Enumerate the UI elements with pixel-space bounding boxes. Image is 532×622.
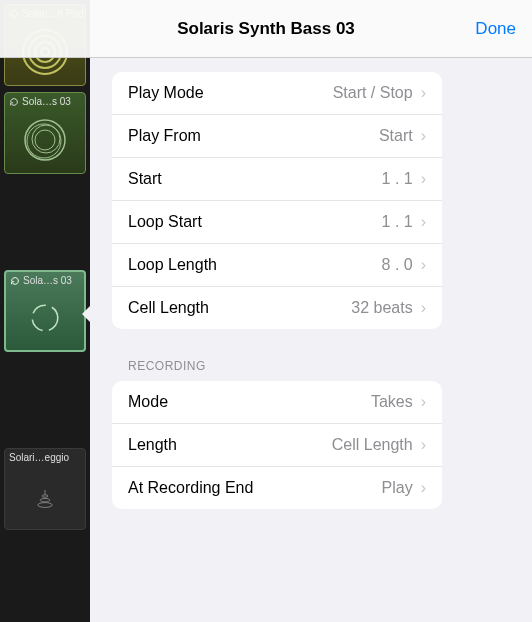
chevron-right-icon: › xyxy=(421,170,426,188)
row-label: Play Mode xyxy=(128,84,333,102)
row-label: Play From xyxy=(128,127,379,145)
row-value: 1 . 1 xyxy=(382,170,413,188)
row-value: 32 beats xyxy=(351,299,412,317)
chevron-right-icon: › xyxy=(421,84,426,102)
cone-icon xyxy=(30,481,60,511)
chevron-right-icon: › xyxy=(421,299,426,317)
done-button[interactable]: Done xyxy=(475,19,516,39)
row-label: Loop Length xyxy=(128,256,382,274)
loop-icon xyxy=(9,97,19,107)
cell-label: Solari…eggio xyxy=(5,451,85,464)
row-length[interactable]: Length Cell Length › xyxy=(112,424,442,467)
chevron-right-icon: › xyxy=(421,256,426,274)
svg-point-13 xyxy=(35,130,55,150)
svg-point-12 xyxy=(32,125,60,153)
row-value: Takes xyxy=(371,393,413,411)
row-value: Cell Length xyxy=(332,436,413,454)
svg-point-14 xyxy=(32,305,58,331)
chevron-right-icon: › xyxy=(421,479,426,497)
cell-waveform xyxy=(10,290,80,346)
cell-waveform xyxy=(9,467,81,525)
cell-arpeggio[interactable]: Solari…eggio xyxy=(4,448,86,530)
row-at-recording-end[interactable]: At Recording End Play › xyxy=(112,467,442,509)
row-value: Start xyxy=(379,127,413,145)
settings-panel: Play Mode Start / Stop › Play From Start… xyxy=(112,72,442,622)
row-label: Loop Start xyxy=(128,213,382,231)
svg-point-15 xyxy=(38,503,52,508)
row-mode[interactable]: Mode Takes › xyxy=(112,381,442,424)
row-cell-length[interactable]: Cell Length 32 beats › xyxy=(112,287,442,329)
row-loop-length[interactable]: Loop Length 8 . 0 › xyxy=(112,244,442,287)
chevron-right-icon: › xyxy=(421,127,426,145)
cell-label: Sola…s 03 xyxy=(5,95,85,108)
dashed-circle-icon xyxy=(25,298,65,338)
chevron-right-icon: › xyxy=(421,436,426,454)
svg-point-10 xyxy=(25,120,65,160)
row-value: Play xyxy=(382,479,413,497)
row-value: 8 . 0 xyxy=(382,256,413,274)
popover-arrow xyxy=(82,300,96,328)
row-label: Cell Length xyxy=(128,299,351,317)
recording-header: RECORDING xyxy=(112,359,442,381)
cell-waveform xyxy=(9,111,81,169)
recording-group: Mode Takes › Length Cell Length › At Rec… xyxy=(112,381,442,509)
svg-point-16 xyxy=(40,498,50,502)
playback-group: Play Mode Start / Stop › Play From Start… xyxy=(112,72,442,329)
row-label: Start xyxy=(128,170,382,188)
row-play-mode[interactable]: Play Mode Start / Stop › xyxy=(112,72,442,115)
svg-point-17 xyxy=(42,495,48,497)
scribble-icon xyxy=(20,115,70,165)
row-value: Start / Stop xyxy=(333,84,413,102)
cell-label: Sola…s 03 xyxy=(6,274,84,287)
row-play-from[interactable]: Play From Start › xyxy=(112,115,442,158)
cell-selected[interactable]: Sola…s 03 xyxy=(4,270,86,352)
row-label: Length xyxy=(128,436,332,454)
popover-header: Solaris Synth Bass 03 Done xyxy=(0,0,532,58)
row-start[interactable]: Start 1 . 1 › xyxy=(112,158,442,201)
row-label: Mode xyxy=(128,393,371,411)
chevron-right-icon: › xyxy=(421,393,426,411)
loop-icon xyxy=(10,276,20,286)
row-value: 1 . 1 xyxy=(382,213,413,231)
row-loop-start[interactable]: Loop Start 1 . 1 › xyxy=(112,201,442,244)
popover-title: Solaris Synth Bass 03 xyxy=(177,19,355,39)
row-label: At Recording End xyxy=(128,479,382,497)
cell-bass[interactable]: Sola…s 03 xyxy=(4,92,86,174)
chevron-right-icon: › xyxy=(421,213,426,231)
